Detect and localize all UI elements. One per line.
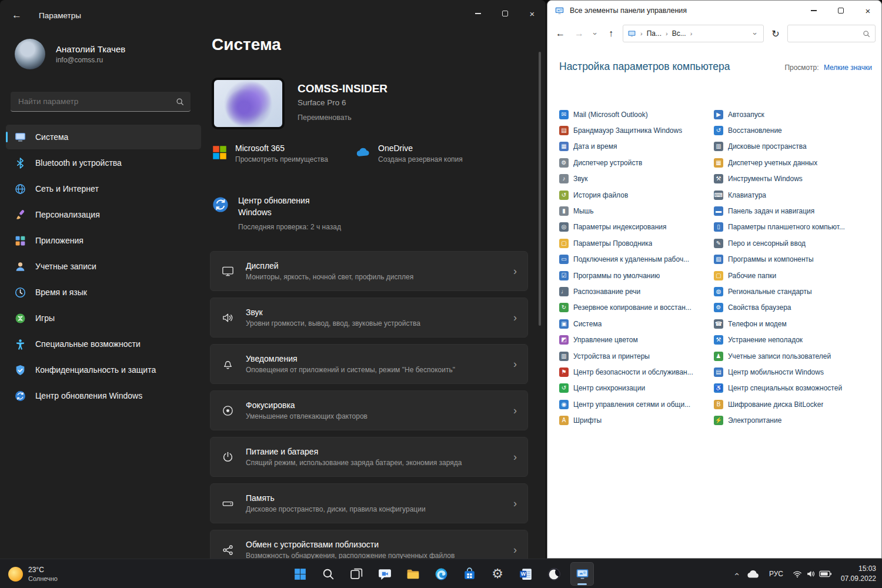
sidebar-item-gaming[interactable]: Игры xyxy=(6,306,201,330)
cp-item-default-programs[interactable]: ☑ Программы по умолчанию xyxy=(559,268,713,283)
cp-item-windows-tools[interactable]: ⚒ Инструменты Windows xyxy=(714,171,867,187)
sidebar-item-accounts[interactable]: Учетные записи xyxy=(6,254,201,279)
tray-chevron-up-icon[interactable]: › xyxy=(731,573,741,576)
cp-item-pen-touch[interactable]: ✎ Перо и сенсорный ввод xyxy=(714,235,867,251)
taskbar-search-button[interactable] xyxy=(316,562,340,586)
cp-item-remote-desktop[interactable]: ▭ Подключения к удаленным рабоч... xyxy=(559,252,713,268)
language-indicator[interactable]: РУС xyxy=(769,570,783,578)
forward-arrow-icon[interactable]: → xyxy=(572,28,586,39)
cp-item-system[interactable]: ▣ Система xyxy=(559,316,713,332)
taskbar-file-explorer-button[interactable] xyxy=(401,562,425,586)
cloud-tray-icon[interactable] xyxy=(746,569,760,579)
minimize-button[interactable] xyxy=(800,1,827,21)
cp-item-indexing-options[interactable]: ◎ Параметры индексирования xyxy=(559,219,713,235)
back-arrow-icon[interactable]: ← xyxy=(12,9,22,21)
microsoft-365-card[interactable]: Microsoft 365 Просмотреть преимущества xyxy=(212,143,355,163)
refresh-icon[interactable]: ↻ xyxy=(769,28,783,39)
taskbar-start-button[interactable] xyxy=(288,562,312,586)
cp-item-phone-modem[interactable]: ☎ Телефон и модем xyxy=(714,316,867,332)
settings-row-storage[interactable]: Память Дисковое пространство, диски, пра… xyxy=(210,483,528,523)
cp-item-backup-restore[interactable]: ↻ Резервное копирование и восстан... xyxy=(559,300,713,316)
cp-item-programs-features[interactable]: ▧ Программы и компоненты xyxy=(714,252,867,268)
cp-item-user-accounts[interactable]: ♟ Учетные записи пользователей xyxy=(714,348,867,364)
rename-link[interactable]: Переименовать xyxy=(298,113,387,122)
cp-item-ease-of-access[interactable]: ♿ Центр специальных возможностей xyxy=(714,380,867,396)
settings-row-power[interactable]: Питание и батарея Спящий режим, использо… xyxy=(210,437,528,477)
cp-item-work-folders[interactable]: ▢ Рабочие папки xyxy=(714,268,867,283)
sidebar-item-bluetooth[interactable]: Bluetooth и устройства xyxy=(6,151,201,175)
cp-item-color-management[interactable]: ◩ Управление цветом xyxy=(559,332,713,348)
cp-item-region[interactable]: ◍ Региональные стандарты xyxy=(714,283,867,299)
user-profile[interactable]: Анатолий Ткачев info@comss.ru xyxy=(15,39,125,69)
taskbar-crescent-app-button[interactable] xyxy=(542,562,566,586)
sidebar-item-network[interactable]: Сеть и Интернет xyxy=(6,176,201,201)
taskbar-task-view-button[interactable] xyxy=(345,562,368,586)
back-arrow-icon[interactable]: ← xyxy=(553,28,567,39)
address-bar[interactable]: › Па... › Вс... › › xyxy=(623,25,764,42)
maximize-button[interactable] xyxy=(827,1,854,21)
breadcrumb-segment-2[interactable]: Вс... xyxy=(672,29,686,38)
cp-item-security-maintenance[interactable]: ⚑ Центр безопасности и обслуживан... xyxy=(559,364,713,380)
sidebar-item-accessibility[interactable]: Специальные возможности xyxy=(6,332,201,356)
cp-item-autoplay[interactable]: ▶ Автозапуск xyxy=(714,106,867,122)
sidebar-item-apps[interactable]: Приложения xyxy=(6,228,201,253)
chevron-right-icon: › xyxy=(513,451,517,463)
cp-item-internet-options[interactable]: ⚙ Свойства браузера xyxy=(714,300,867,316)
cp-item-sound[interactable]: ♪ Звук xyxy=(559,171,713,187)
taskbar-control-panel-button[interactable] xyxy=(570,562,594,586)
settings-row-focus[interactable]: Фокусировка Уменьшение отвлекающих факто… xyxy=(210,390,528,430)
taskbar-store-button[interactable] xyxy=(457,562,481,586)
settings-row-sound[interactable]: Звук Уровни громкости, вывод, ввод, звук… xyxy=(210,298,528,338)
control-panel-search-box[interactable] xyxy=(787,25,876,42)
cp-item-explorer-options[interactable]: ▢ Параметры Проводника xyxy=(559,235,713,251)
sidebar-item-personalization[interactable]: Персонализация xyxy=(6,202,201,227)
cp-item-power-options[interactable]: ⚡ Электропитание xyxy=(714,412,867,428)
cp-item-network-sharing[interactable]: ◉ Центр управления сетями и общи... xyxy=(559,396,713,412)
sidebar-item-time-language[interactable]: Время и язык xyxy=(6,280,201,305)
clock[interactable]: 15:03 07.09.2022 xyxy=(841,564,876,584)
up-arrow-icon[interactable]: ↑ xyxy=(604,28,618,39)
control-panel-search-input[interactable] xyxy=(793,29,863,38)
breadcrumb-segment-1[interactable]: Па... xyxy=(647,29,662,38)
settings-row-notifications[interactable]: Уведомления Оповещения от приложений и с… xyxy=(210,344,528,384)
cp-item-speech-recognition[interactable]: ♩ Распознавание речи xyxy=(559,283,713,299)
taskbar-edge-button[interactable] xyxy=(429,562,453,586)
settings-search-box[interactable] xyxy=(11,92,191,112)
cp-item-sync-center[interactable]: ↺ Центр синхронизации xyxy=(559,380,713,396)
cp-item-fonts[interactable]: A Шрифты xyxy=(559,412,713,428)
sidebar-item-privacy[interactable]: Конфиденциальность и защита xyxy=(6,358,201,382)
close-button[interactable]: × xyxy=(854,1,881,21)
onedrive-card[interactable]: OneDrive Создана резервная копия xyxy=(355,143,497,163)
cp-item-mail[interactable]: ✉ Mail (Microsoft Outlook) xyxy=(559,106,713,122)
cp-item-keyboard[interactable]: ⌨ Клавиатура xyxy=(714,187,867,203)
cp-item-tablet-settings[interactable]: ▯ Параметры планшетного компьют... xyxy=(714,219,867,235)
sidebar-item-system[interactable]: Система xyxy=(6,125,201,149)
network-volume-battery-group[interactable] xyxy=(792,569,832,579)
history-chevron-down-icon[interactable]: › xyxy=(591,29,600,38)
cp-item-taskbar-navigation[interactable]: ▬ Панель задач и навигация xyxy=(714,203,867,219)
cp-item-bitlocker[interactable]: B Шифрование диска BitLocker xyxy=(714,396,867,412)
cp-item-troubleshooting[interactable]: ⚒ Устранение неполадок xyxy=(714,332,867,348)
cp-item-firewall[interactable]: ▤ Брандмауэр Защитника Windows xyxy=(559,122,713,138)
windows-update-status[interactable]: Центр обновления Windows Последняя прове… xyxy=(212,195,341,231)
taskbar-chat-button[interactable] xyxy=(373,562,396,586)
settings-scrollbar[interactable] xyxy=(539,52,541,326)
address-dropdown-chevron-icon[interactable]: › xyxy=(751,29,760,38)
cp-item-credential-manager[interactable]: ▦ Диспетчер учетных данных xyxy=(714,155,867,171)
settings-row-display[interactable]: Дисплей Мониторы, яркость, ночной свет, … xyxy=(210,251,528,291)
settings-search-input[interactable] xyxy=(17,96,176,106)
cp-item-storage-spaces[interactable]: ▥ Дисковые пространства xyxy=(714,139,867,155)
taskbar-word-button[interactable]: W xyxy=(514,562,537,586)
cp-item-mouse[interactable]: ▮ Мышь xyxy=(559,203,713,219)
sidebar-item-windows-update[interactable]: Центр обновления Windows xyxy=(6,383,201,408)
view-mode-link[interactable]: Мелкие значки xyxy=(824,64,872,72)
weather-widget[interactable]: 23°C Солнечно xyxy=(0,559,66,588)
cp-item-recovery[interactable]: ↺ Восстановление xyxy=(714,122,867,138)
taskbar-settings-button[interactable]: ⚙ xyxy=(486,562,509,586)
cp-item-file-history[interactable]: ↺ История файлов xyxy=(559,187,713,203)
settings-row-nearby-share[interactable]: Обмен с устройствами поблизости Возможно… xyxy=(210,530,528,559)
cp-item-device-manager[interactable]: ⚙ Диспетчер устройств xyxy=(559,155,713,171)
cp-item-mobility-center[interactable]: ▤ Центр мобильности Windows xyxy=(714,364,867,380)
cp-item-date-time[interactable]: ▦ Дата и время xyxy=(559,139,713,155)
cp-item-devices-printers[interactable]: ▥ Устройства и принтеры xyxy=(559,348,713,364)
